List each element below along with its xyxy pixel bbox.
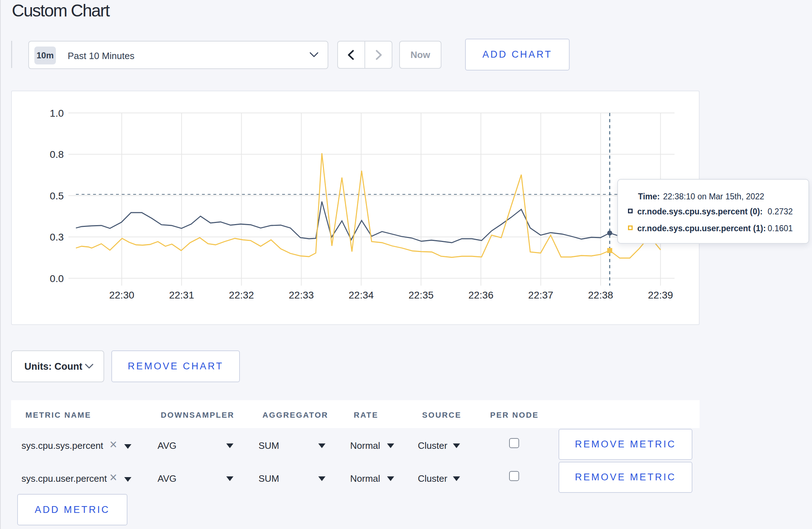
svg-text:22:33: 22:33 xyxy=(289,290,314,301)
svg-text:22:35: 22:35 xyxy=(409,290,434,301)
svg-text:22:37: 22:37 xyxy=(528,290,553,301)
svg-text:22:32: 22:32 xyxy=(229,290,254,301)
svg-text:22:36: 22:36 xyxy=(468,290,493,301)
svg-text:1.0: 1.0 xyxy=(50,108,64,119)
svg-text:0.5: 0.5 xyxy=(50,190,64,202)
svg-text:0.8: 0.8 xyxy=(50,149,64,160)
svg-text:22:38: 22:38 xyxy=(588,290,613,301)
svg-text:22:34: 22:34 xyxy=(349,290,374,301)
svg-text:22:39: 22:39 xyxy=(648,290,673,301)
svg-text:0.3: 0.3 xyxy=(50,232,64,243)
svg-text:0.0: 0.0 xyxy=(50,273,64,284)
svg-text:22:31: 22:31 xyxy=(169,290,194,301)
svg-text:22:30: 22:30 xyxy=(109,290,134,301)
